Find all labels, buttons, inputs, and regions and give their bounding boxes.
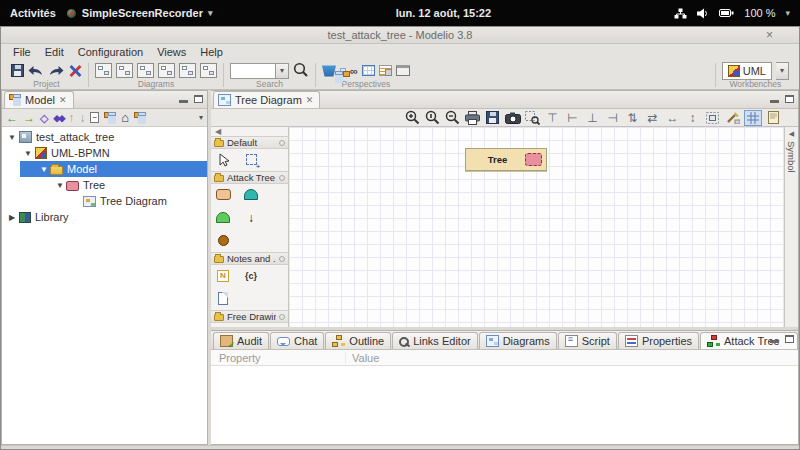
minimize-bottom-panel-button[interactable] (770, 340, 779, 343)
zoom-in-icon[interactable] (404, 110, 421, 126)
undo-button[interactable] (28, 65, 44, 77)
select-tool[interactable] (215, 152, 231, 167)
tab-model[interactable]: Model ✕ (4, 91, 74, 108)
minimize-editor-button[interactable] (770, 100, 779, 103)
tree-item-uml-bpmn[interactable]: ▼ UML-BPMN (2, 145, 207, 161)
move-down-button[interactable]: ↓ (79, 112, 85, 124)
usecase-diagram-button[interactable] (137, 63, 154, 78)
expander-icon[interactable]: ▼ (6, 133, 18, 142)
model-perspective-button-active[interactable] (340, 68, 346, 74)
menu-file[interactable]: File (7, 45, 37, 59)
symbol-sidebar[interactable]: ◀ Symbol (784, 127, 798, 327)
or-gate-tool[interactable] (215, 210, 231, 225)
app-menu[interactable]: SimpleScreenRecorder ▾ (66, 7, 213, 19)
close-icon[interactable]: ✕ (59, 95, 67, 105)
page-layout-icon[interactable] (765, 110, 782, 126)
activity-diagram-button[interactable] (179, 63, 196, 78)
matrix-diagram-button[interactable] (200, 63, 217, 78)
tab-script[interactable]: Script (558, 332, 617, 349)
volume-icon[interactable] (697, 8, 709, 19)
title-bar[interactable]: test_attack_tree - Modelio 3.8 × (1, 27, 799, 44)
back-button[interactable]: ← (6, 112, 18, 124)
forward-button[interactable]: → (23, 112, 35, 124)
search-button[interactable] (293, 62, 309, 79)
palette-section-free-drawing[interactable]: Free Drawing (211, 310, 288, 323)
related-diamond-button[interactable]: ◇ (40, 112, 48, 124)
battery-percent[interactable]: 100 % (744, 7, 775, 19)
menu-edit[interactable]: Edit (39, 45, 70, 59)
save-button[interactable] (11, 64, 24, 77)
note-tool[interactable]: N (215, 268, 231, 283)
menu-configuration[interactable]: Configuration (72, 45, 149, 59)
tree-view-button[interactable] (104, 112, 116, 123)
format-painter-icon[interactable] (724, 110, 741, 126)
tree-item-tree[interactable]: ▼ Tree (2, 177, 207, 193)
tree-item-project[interactable]: ▼ test_attack_tree (2, 129, 207, 145)
zoom-reset-icon[interactable] (424, 110, 441, 126)
expand-symbol-icon[interactable]: ◀ (789, 130, 794, 138)
tree-root-badge[interactable] (525, 153, 542, 166)
tree-item-tree-diagram[interactable]: Tree Diagram (2, 193, 207, 209)
align-bottom-icon[interactable]: ⊥ (584, 110, 601, 126)
zoom-out-icon[interactable] (444, 110, 461, 126)
tab-chat[interactable]: Chat (270, 332, 324, 349)
table-perspective-button[interactable] (362, 65, 375, 76)
attack-node-tool[interactable] (215, 187, 231, 202)
workbench-dropdown-button[interactable]: ▾ (776, 62, 789, 80)
fit-size-icon[interactable] (704, 110, 721, 126)
palette-section-attack-tree[interactable]: Attack Tree (211, 171, 288, 184)
same-height-icon[interactable]: ↕ (684, 110, 701, 126)
close-window-button[interactable]: × (766, 28, 773, 42)
expander-icon[interactable]: ▶ (6, 213, 18, 222)
tab-outline[interactable]: Outline (325, 332, 391, 349)
same-width-icon[interactable]: ↔ (664, 110, 681, 126)
screenshot-icon[interactable] (504, 110, 521, 126)
tree-item-model-selected[interactable]: ▼ Model (2, 161, 207, 177)
battery-icon[interactable] (719, 9, 734, 17)
state-diagram-button[interactable] (116, 63, 133, 78)
move-up-button[interactable]: ↑ (68, 112, 74, 124)
dialog-perspective-button[interactable] (396, 65, 410, 76)
expander-icon[interactable]: ▼ (22, 149, 34, 158)
links-perspective-button[interactable]: ∞ (350, 65, 358, 77)
expander-icon[interactable]: ▼ (54, 181, 66, 190)
tab-tree-diagram[interactable]: Tree Diagram ✕ (213, 91, 320, 108)
menu-help[interactable]: Help (194, 45, 229, 59)
collapse-palette-icon[interactable]: ◀ (215, 127, 221, 136)
distribute-vertical-icon[interactable]: ⇅ (624, 110, 641, 126)
sync-tree-button[interactable] (134, 112, 146, 123)
expander-icon[interactable]: ▼ (38, 165, 50, 174)
marquee-tool[interactable] (243, 152, 259, 167)
counter-measure-tool[interactable] (215, 233, 231, 248)
composite-diagram-button[interactable] (158, 63, 175, 78)
save-diagram-icon[interactable] (484, 110, 501, 126)
palette-section-notes[interactable]: Notes and ... (211, 252, 288, 265)
activities-button[interactable]: Activités (10, 7, 56, 19)
close-icon[interactable]: ✕ (306, 95, 314, 105)
grid-toggle-icon-active[interactable] (744, 110, 762, 126)
collapse-all-button[interactable]: − (90, 112, 99, 123)
column-value[interactable]: Value (346, 352, 379, 364)
workbench-select[interactable]: UML (722, 62, 772, 80)
related-diamonds-button[interactable]: ◆◆ (53, 112, 63, 124)
perspective-configuration-icon[interactable] (322, 65, 336, 77)
tree-item-library[interactable]: ▶ Library (2, 209, 207, 225)
palette-section-default[interactable]: Default (211, 136, 288, 149)
class-diagram-button[interactable] (95, 63, 112, 78)
tree-root-node[interactable]: Tree (465, 148, 547, 171)
tab-audit[interactable]: Audit (213, 332, 269, 349)
chevron-down-icon[interactable]: ▾ (785, 8, 790, 18)
maximize-panel-button[interactable] (194, 95, 203, 103)
redo-button[interactable] (48, 65, 64, 77)
tab-links-editor[interactable]: Links Editor (392, 332, 477, 349)
configure-tools-button[interactable] (68, 64, 82, 78)
search-input[interactable] (230, 63, 276, 79)
minimize-panel-button[interactable] (179, 100, 188, 103)
diagram-canvas[interactable]: Tree (289, 127, 784, 327)
distribute-horizontal-icon[interactable]: ⇄ (644, 110, 661, 126)
align-right-icon[interactable]: ⊣ (604, 110, 621, 126)
align-top-icon[interactable]: ⊤ (544, 110, 561, 126)
constraint-tool[interactable]: {c} (243, 268, 259, 283)
home-button[interactable]: ⌂ (121, 112, 129, 124)
align-left-icon[interactable]: ⊢ (564, 110, 581, 126)
